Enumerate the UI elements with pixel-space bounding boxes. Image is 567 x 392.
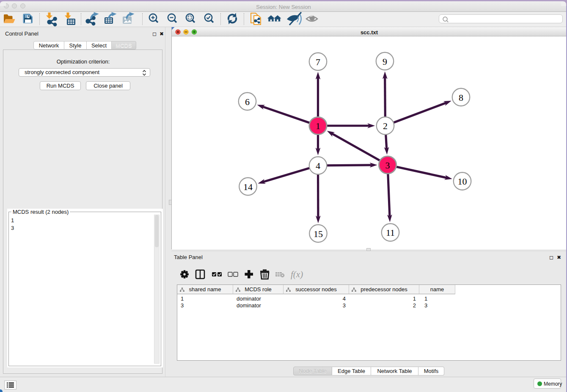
svg-text:15: 15 — [314, 229, 323, 239]
svg-text:7: 7 — [316, 57, 320, 67]
svg-text:f(x): f(x) — [291, 269, 303, 279]
svg-text:11: 11 — [386, 227, 395, 238]
svg-text:14: 14 — [243, 182, 253, 192]
svg-text:9: 9 — [383, 56, 387, 67]
svg-text:1: 1 — [316, 121, 320, 131]
svg-text:2: 2 — [383, 121, 388, 131]
svg-text:4: 4 — [316, 160, 320, 171]
svg-text:10: 10 — [458, 176, 467, 187]
svg-text:6: 6 — [245, 97, 250, 107]
svg-text:3: 3 — [385, 160, 390, 171]
svg-text:8: 8 — [459, 92, 463, 103]
